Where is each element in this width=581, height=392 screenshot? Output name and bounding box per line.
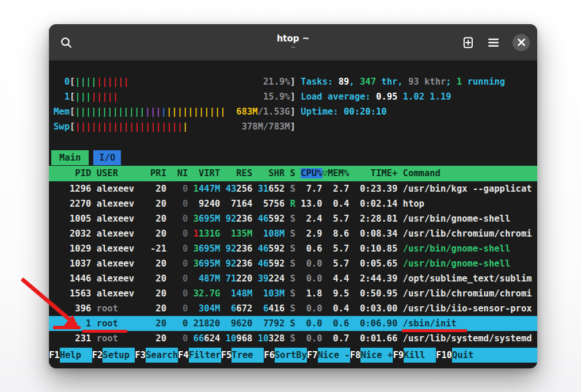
- process-row[interactable]: 2270 alexeev 20 0 9240 7164 5756 R 13.0 …: [49, 196, 537, 211]
- fn-button-kill[interactable]: Kill: [404, 348, 436, 363]
- text-segment: S: [290, 258, 301, 269]
- text-segment: S: [290, 243, 301, 254]
- text-segment: |||||||||||: [166, 106, 226, 117]
- fn-button-nice-[interactable]: Nice -: [318, 348, 350, 363]
- fn-key-f1: F1: [49, 348, 60, 363]
- fn-key-f8: F8: [350, 348, 361, 363]
- tab-main[interactable]: Main: [51, 150, 89, 165]
- text-segment: 0.4 0:03.00 /usr/lib/iio-sensor-prox: [322, 303, 532, 314]
- text-segment: 416: [268, 303, 290, 314]
- menu-icon[interactable]: [488, 38, 499, 47]
- text-segment: 1.02 1.19: [403, 92, 451, 102]
- fn-button-quit[interactable]: Quit: [452, 348, 473, 363]
- text-segment: Uptime:: [295, 106, 344, 117]
- text-segment: 1 root 20 0 21820 9620 7792 S 0.0 0.6 0:…: [54, 318, 457, 329]
- text-segment: 231: [54, 333, 97, 344]
- text-segment: 20: [150, 333, 172, 344]
- text-segment: [: [70, 106, 75, 117]
- text-segment: S: [290, 288, 301, 299]
- text-segment: 0.95: [376, 92, 397, 102]
- fn-button-search[interactable]: Search: [146, 348, 178, 363]
- process-row[interactable]: 1037 alexeev 20 0 3695M 92236 46592 S 0.…: [49, 256, 537, 271]
- system-meters: 0[|||||||||| 21.9%] Tasks: 89, 347 thr, …: [49, 60, 537, 134]
- process-table-header[interactable]: PID USER PRI NI VIRT RES SHR S CPU%▽MEM%…: [49, 166, 537, 181]
- text-segment: 3: [193, 214, 199, 224]
- text-segment: Mem: [54, 106, 70, 117]
- text-segment: thr,: [376, 77, 408, 87]
- text-segment: |||: [75, 92, 91, 102]
- process-row[interactable]: 396 root 20 0 304M 6672 6416 S 0.0 0.4 0…: [49, 301, 537, 316]
- fn-button-setup[interactable]: Setup: [102, 348, 135, 363]
- process-row[interactable]: 1446 alexeev 20 0 487M 71220 39224 S 0.0…: [49, 271, 537, 286]
- text-segment: S: [290, 214, 301, 224]
- text-segment: [129, 77, 263, 87]
- text-segment: 0: [172, 243, 193, 254]
- text-segment: 0: [172, 199, 193, 209]
- process-row[interactable]: 1563 alexeev 20 0 32.7G 148M 103M S 1.8 …: [49, 286, 537, 301]
- fn-key-f2: F2: [92, 348, 103, 363]
- process-row[interactable]: 231 root 20 0 66624 10968 10328 S 0.0 0.…: [49, 331, 537, 346]
- text-segment: root: [97, 333, 150, 344]
- text-segment: running: [462, 77, 505, 87]
- text-segment: S: [290, 229, 301, 239]
- text-segment: 3: [193, 243, 199, 254]
- text-segment: 683M: [236, 106, 257, 117]
- fn-button-nice-[interactable]: Nice +: [360, 348, 393, 363]
- new-tab-icon[interactable]: [462, 36, 474, 49]
- text-segment: |: [183, 121, 188, 132]
- text-segment: |||: [145, 106, 161, 117]
- fn-key-f5: F5: [221, 348, 232, 363]
- tab-io[interactable]: I/O: [93, 150, 121, 165]
- fn-button-filter[interactable]: Filter: [189, 348, 221, 363]
- text-segment: 1: [193, 184, 199, 194]
- text-segment: 46: [258, 214, 269, 224]
- text-segment: 447M 43: [199, 184, 236, 194]
- text-segment: 0: [54, 77, 70, 87]
- process-row[interactable]: 1296 alexeev 20 0 1447M 43256 31652 S 7.…: [49, 181, 537, 196]
- close-icon[interactable]: [512, 34, 530, 51]
- text-segment: ;: [446, 77, 457, 87]
- fn-button-sortby[interactable]: SortBy: [275, 348, 307, 363]
- text-segment: ▽MEM% TIME+ Command: [322, 168, 441, 178]
- text-segment: /usr/bin/gnome-shell: [403, 243, 511, 254]
- text-segment: ||||||||||||||||||||: [75, 121, 183, 132]
- text-segment: [: [70, 92, 75, 102]
- fn-button-help[interactable]: Help: [60, 348, 92, 363]
- text-segment: ]: [290, 106, 295, 117]
- text-segment: 695M 92: [199, 214, 236, 224]
- text-segment: Load average:: [295, 92, 376, 102]
- annotation-underline-sbin-init: [402, 329, 467, 332]
- text-segment: root: [97, 303, 150, 314]
- text-segment: 224: [268, 273, 290, 284]
- text-segment: 93 kthr: [408, 77, 446, 87]
- text-segment: 10: [258, 333, 269, 344]
- window-titlebar[interactable]: htop ~ ~: [49, 24, 537, 60]
- text-segment: 236: [236, 258, 257, 269]
- text-segment: 0.6 5.7 0:10.85: [301, 243, 402, 254]
- terminal-area: 0[|||||||||| 21.9%] Tasks: 89, 347 thr, …: [49, 60, 537, 368]
- text-segment: 0.0: [301, 333, 322, 344]
- text-segment: 46: [258, 258, 269, 269]
- text-segment: 1563 alexeev 20: [54, 288, 172, 299]
- process-row[interactable]: 2032 alexeev 20 0 1131G 135M 108M S 2.9 …: [49, 226, 537, 241]
- text-segment: 2032 alexeev 20: [54, 229, 172, 239]
- text-segment: S: [290, 184, 301, 194]
- text-segment: 0.0: [301, 303, 322, 314]
- text-segment: ]: [290, 77, 295, 87]
- text-segment: S: [290, 303, 301, 314]
- search-icon[interactable]: [59, 36, 73, 50]
- fn-button-tree[interactable]: Tree: [231, 348, 264, 363]
- text-segment: [: [70, 121, 75, 132]
- text-segment: 1: [457, 77, 462, 87]
- process-row[interactable]: 1005 alexeev 20 0 3695M 92236 46592 S 2.…: [49, 211, 537, 226]
- text-segment: R: [290, 199, 301, 209]
- text-segment: 968: [236, 333, 257, 344]
- text-segment: 21.9%: [263, 77, 290, 87]
- spacer: [49, 134, 537, 150]
- text-segment: 1: [193, 229, 199, 239]
- process-row[interactable]: 1029 alexeev -21 0 3695M 92236 46592 S 0…: [49, 241, 537, 256]
- text-segment: 220: [236, 273, 257, 284]
- text-segment: S: [290, 333, 301, 344]
- text-segment: ||||: [75, 77, 96, 87]
- text-segment: 487M 71: [193, 273, 237, 284]
